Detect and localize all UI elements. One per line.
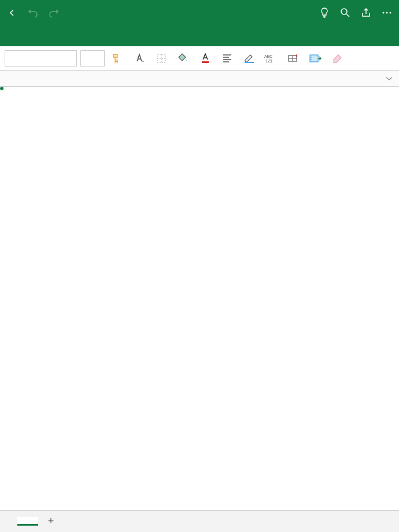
fill-color-icon[interactable] (174, 49, 193, 68)
align-icon[interactable] (218, 49, 237, 68)
cells-icon[interactable] (284, 49, 302, 68)
more-icon[interactable] (382, 8, 392, 18)
svg-rect-10 (310, 55, 318, 62)
insert-icon[interactable] (306, 49, 324, 68)
search-icon[interactable] (340, 8, 350, 18)
back-icon[interactable] (7, 8, 17, 18)
font-name-selector[interactable] (5, 50, 77, 66)
svg-rect-6 (245, 62, 254, 63)
svg-text:ABC: ABC (264, 54, 272, 58)
formula-input[interactable] (10, 71, 385, 86)
title-left-controls (7, 8, 59, 18)
formula-bar (0, 71, 399, 87)
lightbulb-icon[interactable] (319, 8, 330, 18)
ribbon-tabs (0, 25, 399, 46)
svg-point-2 (386, 12, 388, 14)
svg-text:123: 123 (265, 59, 272, 63)
sheet-tabs-bar: + (0, 510, 399, 532)
chevron-down-icon[interactable] (385, 76, 393, 81)
redo-icon[interactable] (49, 8, 59, 18)
selection-handle-br[interactable] (0, 87, 4, 91)
svg-point-1 (383, 12, 385, 14)
eraser-icon[interactable] (328, 49, 346, 68)
svg-point-3 (390, 12, 391, 14)
font-size-selector[interactable] (80, 50, 105, 66)
format-toolbar: ABC123 (0, 46, 399, 71)
add-sheet-button[interactable]: + (42, 512, 60, 531)
title-bar (0, 0, 399, 25)
border-icon[interactable] (152, 49, 171, 68)
svg-point-0 (341, 9, 347, 14)
title-right-controls (319, 8, 392, 18)
format-painter-icon[interactable] (108, 49, 127, 68)
svg-rect-5 (202, 61, 209, 63)
font-color-icon[interactable] (196, 49, 215, 68)
font-format-icon[interactable] (130, 49, 149, 68)
number-format-icon[interactable]: ABC123 (262, 49, 280, 68)
undo-icon[interactable] (28, 8, 38, 18)
sheet-tab[interactable] (17, 517, 38, 526)
share-icon[interactable] (361, 8, 371, 18)
selection-box (0, 87, 2, 89)
highlight-icon[interactable] (240, 49, 258, 68)
spreadsheet-grid[interactable] (0, 87, 399, 510)
svg-rect-4 (157, 54, 165, 62)
selection-handle-tl[interactable] (0, 87, 3, 90)
